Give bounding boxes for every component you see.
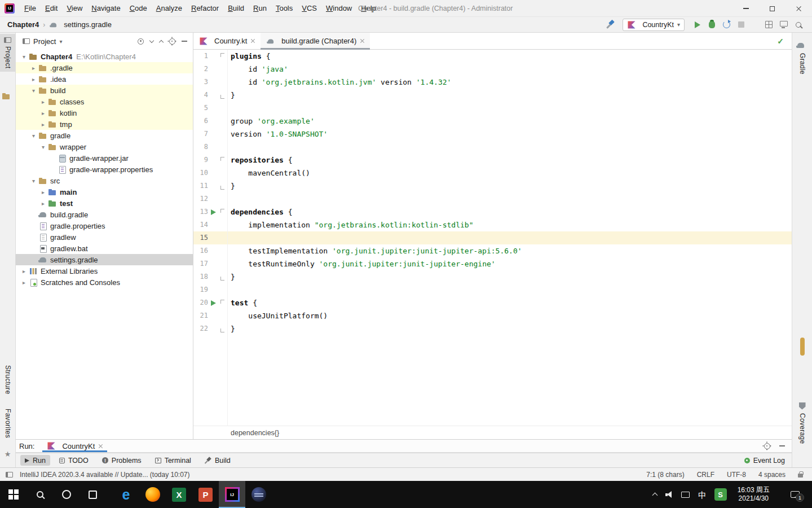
fold-start-icon[interactable] [218,296,227,309]
network-display-icon[interactable] [681,492,690,498]
tree-item-kotlin[interactable]: ▸kotlin [16,107,193,119]
code-line-15[interactable]: 15 [193,231,792,244]
code-line-18[interactable]: 18} [193,270,792,283]
stop-button[interactable] [734,19,748,31]
search-everywhere-button[interactable] [791,19,805,31]
ime-indicator[interactable]: 中 [698,489,706,500]
chevron-right-icon[interactable]: ▸ [38,200,48,207]
excel-taskbar-button[interactable]: X [166,481,192,508]
fold-start-icon[interactable] [218,154,227,167]
toolwindow-button-problems[interactable]: !Problems [98,455,146,466]
tree-item-external-libraries[interactable]: ▸External Libraries [16,265,193,277]
powerpoint-taskbar-button[interactable]: P [192,481,219,508]
settings-gear-icon[interactable] [169,38,175,45]
run-line-gutter[interactable] [208,296,218,309]
run-gutter-icon[interactable] [211,300,216,306]
chevron-right-icon[interactable]: ▸ [38,189,48,195]
select-opened-file-icon[interactable] [138,38,144,45]
hidden-icons-chevron[interactable] [652,493,657,498]
chevron-down-icon[interactable]: ▾ [38,144,48,150]
menu-tools[interactable]: Tools [271,0,297,16]
run-config-selector[interactable]: CountryKt ▾ [623,19,685,31]
close-tab-icon[interactable] [250,39,255,43]
chevron-down-icon[interactable]: ▾ [19,54,29,60]
tree-item-gradle-wrapper-properties[interactable]: gradle-wrapper.properties [16,164,193,175]
code-line-11[interactable]: 11} [193,179,792,192]
tree-item-gradlew-bat[interactable]: gradlew.bat [16,243,193,254]
inspections-ok-icon[interactable]: ✓ [777,37,784,46]
caret-position-widget[interactable]: 7:1 (8 chars) [646,471,684,479]
close-tab-icon[interactable] [360,39,364,43]
editor-code[interactable]: 1plugins {2 id 'java'3 id 'org.jetbrains… [193,50,792,426]
code-line-21[interactable]: 21 useJUnitPlatform() [193,309,792,322]
stripe-coverage-button[interactable]: Coverage [792,399,812,447]
code-line-13[interactable]: 13dependencies { [193,205,792,218]
tree-item-scratches-and-consoles[interactable]: ▸Scratches and Consoles [16,277,193,288]
menu-build[interactable]: Build [223,0,249,16]
stripe-gradle-button[interactable]: Gradle [792,37,812,78]
code-line-14[interactable]: 14 implementation "org.jetbrains.kotlin:… [193,218,792,231]
run-settings-gear-icon[interactable] [764,443,770,449]
expand-all-icon[interactable] [149,38,154,42]
lock-icon[interactable] [798,474,803,478]
run-with-coverage-button[interactable] [720,19,734,31]
code-line-12[interactable]: 12 [193,192,792,205]
run-gutter-icon[interactable] [211,209,216,215]
indent-widget[interactable]: 4 spaces [758,471,785,479]
code-line-2[interactable]: 2 id 'java' [193,63,792,76]
chevron-right-icon[interactable]: ▸ [19,279,29,286]
code-line-19[interactable]: 19 [193,283,792,296]
code-line-9[interactable]: 9repositories { [193,154,792,167]
taskbar-search-button[interactable] [27,481,53,508]
tree-item-idea[interactable]: ▸.idea [16,73,193,85]
code-line-6[interactable]: 6group 'org.example' [193,115,792,128]
code-line-17[interactable]: 17 testRuntimeOnly 'org.junit.jupiter:ju… [193,257,792,270]
code-line-22[interactable]: 22} [193,322,792,335]
event-log-button[interactable]: Event Log [744,457,785,465]
fold-end-icon[interactable] [218,89,227,102]
menu-analyze[interactable]: Analyze [152,0,187,16]
maximize-button[interactable] [759,0,785,17]
chevron-down-icon[interactable]: ▾ [29,178,38,184]
stripe-favorites-button[interactable]: Favorites [0,405,15,441]
code-line-1[interactable]: 1plugins { [193,50,792,63]
tree-item-gradle-wrapper-jar[interactable]: gradle-wrapper.jar [16,152,193,164]
run-button[interactable] [690,19,704,31]
collapse-all-icon[interactable] [159,40,164,44]
tree-item-chapter4[interactable]: ▾Chapter4E:\Kotlin\Chapter4 [16,51,193,62]
chevron-down-icon[interactable]: ▾ [29,133,38,139]
chevron-right-icon[interactable]: ▸ [38,99,48,105]
hide-run-panel-icon[interactable] [779,445,785,446]
editor-tab-build-gradle-chapter4[interactable]: build.gradle (Chapter4) [261,33,370,49]
code-line-16[interactable]: 16 testImplementation 'org.junit.jupiter… [193,244,792,257]
intellij-taskbar-button[interactable]: IJ [219,481,245,508]
tree-item-gradle[interactable]: ▾gradle [16,130,193,141]
chevron-down-icon[interactable]: ▾ [29,87,38,94]
task-view-button[interactable] [80,481,106,508]
breadcrumb-project[interactable]: Chapter4 [7,20,39,29]
tree-item-build-gradle[interactable]: build.gradle [16,209,193,220]
toolwindow-button-run[interactable]: Run [20,455,50,466]
breadcrumb-file[interactable]: settings.gradle [49,20,112,29]
chevron-right-icon[interactable]: ▸ [38,110,48,116]
tree-item-gradle[interactable]: ▸.gradle [16,62,193,73]
tree-item-classes[interactable]: ▸classes [16,96,193,107]
tree-item-wrapper[interactable]: ▾wrapper [16,141,193,152]
code-line-4[interactable]: 4} [193,89,792,102]
tree-item-gradlew[interactable]: gradlew [16,231,193,243]
tree-item-settings-gradle[interactable]: settings.gradle [16,254,193,265]
menu-run[interactable]: Run [249,0,271,16]
tree-item-build[interactable]: ▾build [16,85,193,96]
eclipse-taskbar-button[interactable] [245,481,272,508]
stripe-project-button[interactable]: Project [0,34,15,72]
run-line-gutter[interactable] [208,205,218,218]
hide-panel-icon[interactable] [182,41,187,42]
sogou-ime-icon[interactable]: S [714,488,727,501]
code-line-3[interactable]: 3 id 'org.jetbrains.kotlin.jvm' version … [193,76,792,89]
chevron-right-icon[interactable]: ▸ [38,121,48,128]
tool-window-toggle-icon[interactable] [6,472,13,478]
menu-navigate[interactable]: Navigate [87,0,125,16]
fold-end-icon[interactable] [218,179,227,192]
menu-edit[interactable]: Edit [41,0,62,16]
fold-end-icon[interactable] [218,322,227,335]
